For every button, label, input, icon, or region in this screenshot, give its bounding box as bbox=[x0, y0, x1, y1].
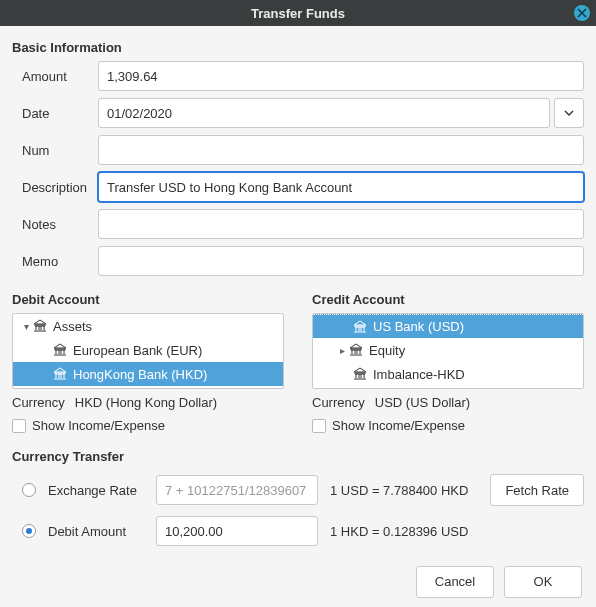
credit-show-ie-label: Show Income/Expense bbox=[332, 418, 465, 433]
credit-account-tree[interactable]: US Bank (USD) ▸ Equity Imbalance-HKD bbox=[312, 313, 584, 389]
debit-account-tree[interactable]: ▾ Assets European Bank (EUR) HongKong Ba… bbox=[12, 313, 284, 389]
titlebar: Transfer Funds bbox=[0, 0, 596, 26]
ok-button[interactable]: OK bbox=[504, 566, 582, 598]
bank-icon bbox=[53, 367, 67, 381]
credit-account-heading: Credit Account bbox=[312, 292, 584, 307]
memo-label: Memo bbox=[12, 254, 98, 269]
tree-row[interactable]: ▸ Equity bbox=[313, 338, 583, 362]
currency-transfer-heading: Currency Transfer bbox=[12, 449, 584, 464]
tree-collapse-icon[interactable]: ▾ bbox=[19, 321, 33, 332]
notes-label: Notes bbox=[12, 217, 98, 232]
debit-account-heading: Debit Account bbox=[12, 292, 284, 307]
tree-row[interactable]: HongKong Bank (HKD) bbox=[13, 362, 283, 386]
num-input[interactable] bbox=[98, 135, 584, 165]
exchange-rate-input[interactable] bbox=[156, 475, 318, 505]
tree-row[interactable]: US Bank (USD) bbox=[313, 314, 583, 338]
exchange-rate-radio[interactable] bbox=[22, 483, 36, 497]
date-picker-button[interactable] bbox=[554, 98, 584, 128]
memo-input[interactable] bbox=[98, 246, 584, 276]
window-title: Transfer Funds bbox=[251, 6, 345, 21]
tree-expand-icon[interactable]: ▸ bbox=[335, 345, 349, 356]
bank-icon bbox=[349, 343, 363, 357]
amount-label: Amount bbox=[12, 69, 98, 84]
tree-row[interactable]: Imbalance-HKD bbox=[313, 362, 583, 386]
num-label: Num bbox=[12, 143, 98, 158]
credit-currency-value: USD (US Dollar) bbox=[375, 395, 470, 410]
tree-item-label: European Bank (EUR) bbox=[73, 343, 202, 358]
description-input[interactable] bbox=[98, 172, 584, 202]
close-icon bbox=[577, 8, 587, 18]
description-label: Description bbox=[12, 180, 98, 195]
tree-item-label: US Bank (USD) bbox=[373, 319, 464, 334]
chevron-down-icon bbox=[564, 108, 574, 118]
debit-currency-value: HKD (Hong Kong Dollar) bbox=[75, 395, 217, 410]
debit-amount-radio[interactable] bbox=[22, 524, 36, 538]
credit-currency-label: Currency bbox=[312, 395, 365, 410]
close-button[interactable] bbox=[574, 5, 590, 21]
bank-icon bbox=[53, 343, 67, 357]
bank-icon bbox=[353, 320, 367, 334]
debit-currency-label: Currency bbox=[12, 395, 65, 410]
date-input[interactable] bbox=[98, 98, 550, 128]
exchange-rate-label: Exchange Rate bbox=[48, 483, 144, 498]
bank-icon bbox=[353, 367, 367, 381]
tree-item-label: Imbalance-HKD bbox=[373, 367, 465, 382]
basic-info-heading: Basic Information bbox=[12, 40, 584, 55]
tree-row[interactable]: ▾ Assets bbox=[13, 314, 283, 338]
tree-item-label: HongKong Bank (HKD) bbox=[73, 367, 207, 382]
debit-show-ie-checkbox[interactable] bbox=[12, 419, 26, 433]
date-label: Date bbox=[12, 106, 98, 121]
cancel-button[interactable]: Cancel bbox=[416, 566, 494, 598]
tree-item-label: Assets bbox=[53, 319, 92, 334]
tree-row[interactable]: European Bank (EUR) bbox=[13, 338, 283, 362]
debit-amount-input[interactable] bbox=[156, 516, 318, 546]
debit-amount-hint: 1 HKD = 0.128396 USD bbox=[330, 524, 584, 539]
notes-input[interactable] bbox=[98, 209, 584, 239]
amount-input[interactable] bbox=[98, 61, 584, 91]
bank-icon bbox=[33, 319, 47, 333]
exchange-rate-hint: 1 USD = 7.788400 HKD bbox=[330, 483, 478, 498]
fetch-rate-button[interactable]: Fetch Rate bbox=[490, 474, 584, 506]
debit-amount-label: Debit Amount bbox=[48, 524, 144, 539]
debit-show-ie-label: Show Income/Expense bbox=[32, 418, 165, 433]
tree-item-label: Equity bbox=[369, 343, 405, 358]
credit-show-ie-checkbox[interactable] bbox=[312, 419, 326, 433]
